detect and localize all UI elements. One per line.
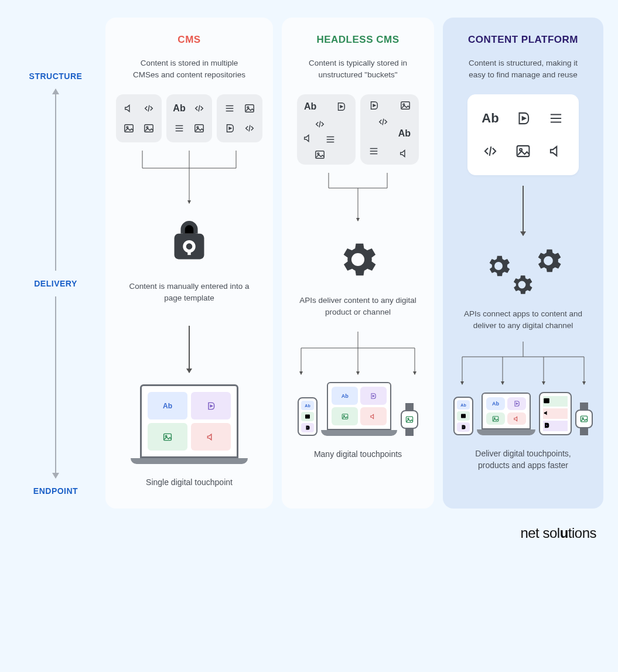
platform-structured-content: Ab [467,94,579,175]
speaker-icon [360,407,387,425]
speaker-icon [507,412,526,425]
platform-structure-text: Content is structured, making it easy to… [462,57,585,80]
speaker-icon [548,144,564,159]
image-icon [194,123,204,134]
speaker-icon [191,423,231,451]
image-icon [543,396,568,407]
bucket-1: Ab [297,94,356,165]
speaker-icon [399,148,409,159]
axis-arrow-up [55,89,56,271]
menu-icon [224,103,235,114]
play-icon [191,392,231,419]
comparison-grid: STRUCTURE DELIVERY ENDPOINT CMS Content … [15,18,603,509]
title-cms: CMS [177,34,200,46]
cms-endpoint-devices: Ab [131,384,248,464]
column-platform: CONTENT PLATFORM Content is structured, … [443,18,603,509]
gear-icon [336,237,380,284]
text-icon: Ab [482,111,499,126]
image-icon [144,123,154,134]
image-icon [457,411,470,421]
brand-footer: net solutions [15,509,603,541]
play-icon [507,397,526,410]
code-icon [144,103,154,114]
image-icon [148,423,187,451]
platform-endpoint-devices: Ab Ab [453,392,593,435]
headless-buckets: Ab Ab [297,94,419,165]
play-icon [301,423,314,432]
shopping-bag-icon [166,221,213,270]
code-icon [194,103,204,114]
cms-merge-connector [136,151,242,209]
text-icon: Ab [163,402,172,410]
title-platform: CONTENT PLATFORM [468,34,578,46]
platform-endpoint-text: Deliver digital touchpoints, products an… [465,448,582,471]
text-icon: Ab [301,401,314,410]
axis-arrow-down [55,296,56,478]
laptop-icon: Ab [321,382,397,436]
cms-delivery-text: Content is manually entered into a page … [128,281,251,303]
title-headless: HEADLESS CMS [316,34,399,46]
column-cms: CMS Content is stored in multiple CMSes … [105,18,273,509]
platform-down-connector [523,186,524,236]
speaker-icon [124,103,134,114]
platform-delivery-text: APIs connect apps to content and deliver… [462,308,585,331]
image-icon [400,100,411,111]
headless-endpoint-text: Many digital touchpoints [314,449,402,460]
cms-repositories: Ab [116,94,262,142]
cms-repo-2: Ab [166,94,212,142]
play-icon [336,101,346,112]
laptop-icon: Ab [131,384,248,464]
headless-structure-text: Content is typically stored in unstructu… [296,57,419,80]
headless-endpoint-devices: Ab Ab [298,382,418,436]
menu-icon [368,146,379,156]
play-icon [368,100,379,111]
platform-fan-connector [459,342,588,388]
code-icon [315,119,325,129]
image-icon [315,149,325,160]
menu-icon [325,134,336,145]
cms-repo-3 [217,94,262,142]
cms-endpoint-text: Single digital touchpoint [146,477,233,489]
bucket-2: Ab [360,94,419,165]
play-icon [224,123,235,134]
play-icon [457,422,470,432]
text-icon: Ab [304,101,316,112]
cms-repo-1 [116,94,162,142]
speaker-icon [543,408,568,419]
tablet-icon [539,392,572,435]
text-icon: Ab [492,401,499,407]
text-icon: Ab [398,128,411,139]
speaker-icon [303,133,313,144]
code-icon [378,117,388,127]
watch-icon [575,402,593,435]
brand-prefix: net sol [520,525,559,541]
image-icon [124,123,134,134]
image-icon [515,144,531,159]
headless-merge-connector [323,173,393,226]
code-icon [483,144,498,159]
watch-icon [401,403,418,436]
gears-icon [482,248,564,298]
label-structure: STRUCTURE [29,71,83,81]
cms-single-connector [189,326,190,373]
brand-suffix: tions [568,525,596,541]
label-delivery: DELIVERY [34,279,77,288]
cms-structure-text: Content is stored in multiple CMSes and … [128,57,251,80]
headless-fan-connector [296,332,419,378]
laptop-icon: Ab [477,393,535,435]
image-icon [301,412,314,421]
play-icon [515,111,531,126]
code-icon [244,123,255,134]
label-endpoint: ENDPOINT [33,486,78,496]
column-headless: HEADLESS CMS Content is typically stored… [282,18,434,509]
row-labels-column: STRUCTURE DELIVERY ENDPOINT [15,18,97,509]
image-icon [244,103,255,114]
text-icon: Ab [457,400,470,410]
text-icon: Ab [342,393,349,399]
phone-icon: Ab [298,397,317,436]
menu-icon [548,111,564,126]
text-icon: Ab [173,103,185,114]
image-icon [486,412,505,425]
play-icon [360,387,387,405]
menu-icon [174,123,185,134]
